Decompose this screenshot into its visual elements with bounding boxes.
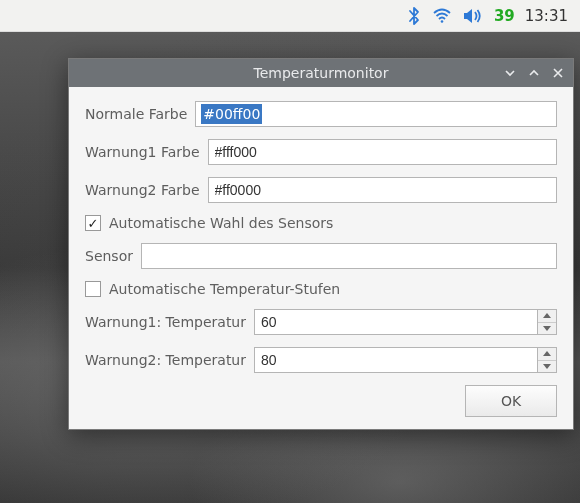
window-close-icon[interactable]: [549, 64, 567, 82]
warn2-temp-step-up[interactable]: [538, 348, 556, 361]
normal-color-input-selection: #00ff00: [201, 104, 262, 124]
svg-point-0: [441, 20, 444, 23]
sensor-label: Sensor: [85, 248, 133, 264]
warn2-temp-label: Warnung2: Temperatur: [85, 352, 246, 368]
warn2-temp-input[interactable]: [254, 347, 537, 373]
bluetooth-icon[interactable]: [406, 6, 422, 26]
normal-color-label: Normale Farbe: [85, 106, 187, 122]
warn2-color-label: Warnung2 Farbe: [85, 182, 200, 198]
volume-icon[interactable]: [462, 7, 484, 25]
warn1-temp-input[interactable]: [254, 309, 537, 335]
window-minimize-icon[interactable]: [501, 64, 519, 82]
auto-sensor-label: Automatische Wahl des Sensors: [109, 215, 333, 231]
dialog-body: Normale Farbe #00ff00 Warnung1 Farbe War…: [69, 87, 573, 429]
warn1-color-label: Warnung1 Farbe: [85, 144, 200, 160]
system-panel: 39 13:31: [0, 0, 580, 32]
wifi-icon[interactable]: [432, 8, 452, 24]
warn2-color-input[interactable]: [208, 177, 557, 203]
auto-levels-checkbox[interactable]: [85, 281, 101, 297]
window-maximize-icon[interactable]: [525, 64, 543, 82]
temperaturmonitor-dialog: Temperaturmonitor Normale Farbe #00ff00 …: [68, 58, 574, 430]
panel-clock[interactable]: 13:31: [525, 7, 568, 25]
auto-sensor-checkbox[interactable]: [85, 215, 101, 231]
dialog-title: Temperaturmonitor: [69, 65, 573, 81]
warn1-temp-step-up[interactable]: [538, 310, 556, 323]
panel-temp-value[interactable]: 39: [494, 7, 515, 25]
dialog-titlebar[interactable]: Temperaturmonitor: [69, 59, 573, 87]
auto-levels-label: Automatische Temperatur-Stufen: [109, 281, 340, 297]
warn2-temp-step-down[interactable]: [538, 361, 556, 373]
warn1-temp-label: Warnung1: Temperatur: [85, 314, 246, 330]
warn1-temp-step-down[interactable]: [538, 323, 556, 335]
sensor-input[interactable]: [141, 243, 557, 269]
ok-button[interactable]: OK: [465, 385, 557, 417]
warn1-color-input[interactable]: [208, 139, 557, 165]
